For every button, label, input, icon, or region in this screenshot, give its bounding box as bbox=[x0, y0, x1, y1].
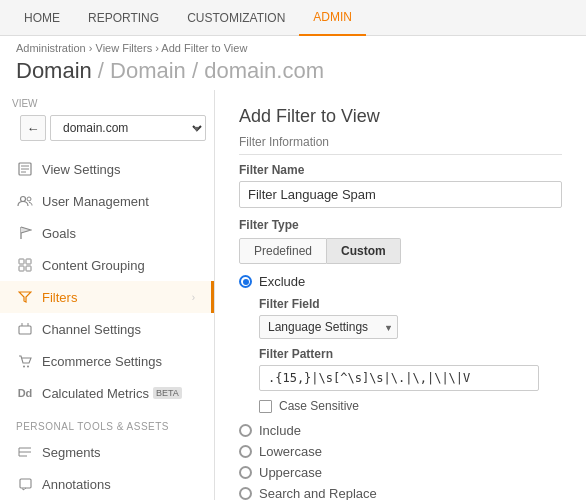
sidebar-item-filters[interactable]: Filters › bbox=[0, 281, 214, 313]
users-icon bbox=[16, 192, 34, 210]
include-label: Include bbox=[259, 423, 301, 438]
exclude-label: Exclude bbox=[259, 274, 305, 289]
beta-badge: BETA bbox=[153, 387, 182, 399]
filter-name-label: Filter Name bbox=[239, 163, 562, 177]
personal-tools-label: PERSONAL TOOLS & ASSETS bbox=[0, 409, 214, 436]
include-radio[interactable] bbox=[239, 424, 252, 437]
svg-rect-9 bbox=[19, 266, 24, 271]
sidebar-item-view-settings[interactable]: View Settings bbox=[0, 153, 214, 185]
filter-pattern-label: Filter Pattern bbox=[259, 347, 562, 361]
sidebar-item-label: Segments bbox=[42, 445, 101, 460]
sidebar-item-calculated-metrics[interactable]: Dd Calculated Metrics BETA bbox=[0, 377, 214, 409]
chevron-right-icon: › bbox=[192, 292, 195, 303]
svg-rect-8 bbox=[26, 259, 31, 264]
filter-field-select[interactable]: Language Settings bbox=[259, 315, 398, 339]
content-title: Add Filter to View bbox=[239, 106, 562, 127]
page-title: Domain bbox=[16, 58, 92, 84]
filter-pattern-input[interactable] bbox=[259, 365, 539, 391]
sidebar-item-label: Channel Settings bbox=[42, 322, 141, 337]
section-label: Filter Information bbox=[239, 135, 562, 155]
sidebar-item-goals[interactable]: Goals bbox=[0, 217, 214, 249]
cart-icon bbox=[16, 352, 34, 370]
top-nav: HOME REPORTING CUSTOMIZATION ADMIN bbox=[0, 0, 586, 36]
sidebar-item-label: Ecommerce Settings bbox=[42, 354, 162, 369]
svg-rect-11 bbox=[19, 326, 31, 334]
annotations-icon bbox=[16, 475, 34, 493]
lowercase-radio[interactable] bbox=[239, 445, 252, 458]
back-button[interactable]: ← bbox=[20, 115, 46, 141]
sidebar-item-ecommerce-settings[interactable]: Ecommerce Settings bbox=[0, 345, 214, 377]
content-area: Add Filter to View Filter Information Fi… bbox=[215, 90, 586, 500]
breadcrumb: Administration › View Filters › Add Filt… bbox=[0, 36, 586, 56]
segments-icon bbox=[16, 443, 34, 461]
svg-point-15 bbox=[27, 365, 29, 367]
svg-rect-20 bbox=[20, 479, 31, 488]
sidebar-item-label: Goals bbox=[42, 226, 76, 241]
flag-icon bbox=[16, 224, 34, 242]
search-replace-label: Search and Replace bbox=[259, 486, 377, 500]
sidebar-item-label: Filters bbox=[42, 290, 77, 305]
filter-name-input[interactable] bbox=[239, 181, 562, 208]
doc-icon bbox=[16, 160, 34, 178]
calc-icon: Dd bbox=[16, 384, 34, 402]
sidebar-item-annotations[interactable]: Annotations bbox=[0, 468, 214, 500]
grid-icon bbox=[16, 256, 34, 274]
sidebar-item-channel-settings[interactable]: Channel Settings bbox=[0, 313, 214, 345]
svg-point-4 bbox=[21, 197, 26, 202]
sidebar-item-label: Annotations bbox=[42, 477, 111, 492]
nav-reporting[interactable]: REPORTING bbox=[74, 0, 173, 36]
view-select[interactable]: domain.com bbox=[50, 115, 206, 141]
case-sensitive-checkbox[interactable] bbox=[259, 400, 272, 413]
sidebar-item-content-grouping[interactable]: Content Grouping bbox=[0, 249, 214, 281]
nav-home[interactable]: HOME bbox=[10, 0, 74, 36]
sidebar-item-label: Content Grouping bbox=[42, 258, 145, 273]
nav-admin[interactable]: ADMIN bbox=[299, 0, 366, 36]
uppercase-label: Uppercase bbox=[259, 465, 322, 480]
page-subtitle: / Domain / domain.com bbox=[98, 58, 324, 84]
exclude-radio[interactable] bbox=[239, 275, 252, 288]
predefined-button[interactable]: Predefined bbox=[239, 238, 327, 264]
uppercase-radio[interactable] bbox=[239, 466, 252, 479]
filter-field-label: Filter Field bbox=[259, 297, 562, 311]
sidebar-item-label: View Settings bbox=[42, 162, 121, 177]
sidebar-item-segments[interactable]: Segments bbox=[0, 436, 214, 468]
svg-point-14 bbox=[23, 365, 25, 367]
sidebar: VIEW ← domain.com View Settings User Man… bbox=[0, 90, 215, 500]
sidebar-item-label: Calculated Metrics bbox=[42, 386, 149, 401]
custom-button[interactable]: Custom bbox=[327, 238, 401, 264]
svg-rect-7 bbox=[19, 259, 24, 264]
nav-customization[interactable]: CUSTOMIZATION bbox=[173, 0, 299, 36]
case-sensitive-label: Case Sensitive bbox=[279, 399, 359, 413]
filter-type-label: Filter Type bbox=[239, 218, 562, 232]
sidebar-item-label: User Management bbox=[42, 194, 149, 209]
view-label: VIEW bbox=[0, 90, 214, 111]
filter-field-select-wrap: Language Settings ▾ bbox=[259, 315, 398, 339]
filter-icon bbox=[16, 288, 34, 306]
sidebar-item-user-management[interactable]: User Management bbox=[0, 185, 214, 217]
channel-icon bbox=[16, 320, 34, 338]
svg-point-5 bbox=[27, 197, 31, 201]
search-replace-radio[interactable] bbox=[239, 487, 252, 500]
lowercase-label: Lowercase bbox=[259, 444, 322, 459]
svg-rect-10 bbox=[26, 266, 31, 271]
